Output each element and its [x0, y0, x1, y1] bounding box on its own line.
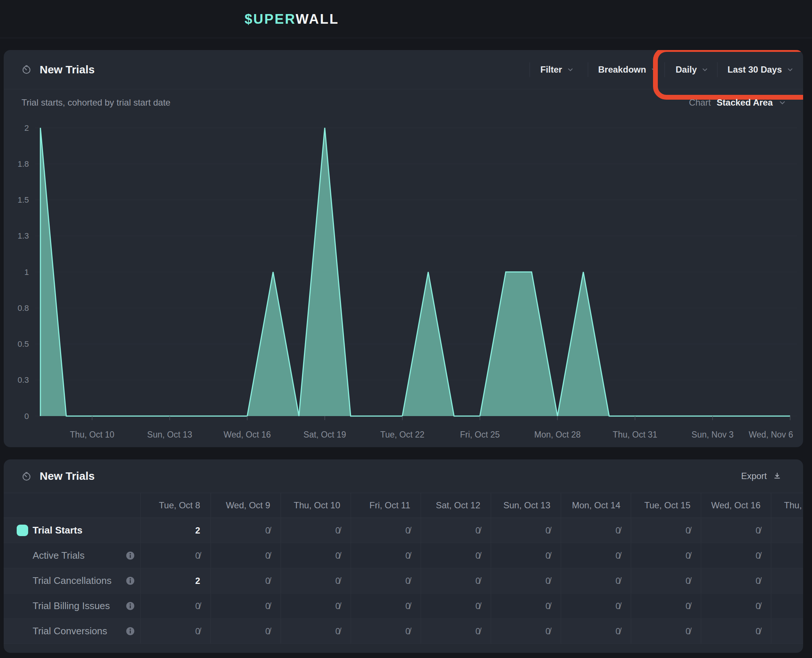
table-cell — [771, 543, 803, 568]
chevron-down-icon — [779, 99, 786, 107]
row-label: Trial Conversions — [4, 619, 141, 644]
table-row: Trial Conversions0̸0̸0̸0̸0̸0̸0̸0̸0̸ — [4, 619, 803, 644]
table-cell: 0̸ — [421, 543, 491, 568]
table-panel-header: New Trials Export — [4, 459, 803, 493]
table-cell: 0̸ — [491, 568, 561, 593]
table-cell: 0̸ — [491, 518, 561, 543]
row-label: Active Trials — [4, 543, 141, 568]
date-range-dropdown[interactable]: Last 30 Days — [727, 50, 793, 89]
x-axis-label: Wed, Oct 16 — [224, 430, 271, 439]
table-cell: 0̸ — [281, 518, 351, 543]
info-icon[interactable] — [125, 575, 136, 586]
timer-icon — [22, 471, 31, 481]
chart-type-selector[interactable]: Chart Stacked Area — [689, 97, 786, 108]
table-panel-title: New Trials — [40, 470, 94, 483]
x-axis-label: Thu, Oct 10 — [70, 430, 114, 439]
breakdown-label: Breakdown — [598, 64, 646, 75]
row-label: Trial Cancellations — [4, 568, 141, 593]
table-cell — [771, 568, 803, 593]
row-label: Trial Starts — [4, 518, 141, 543]
info-icon[interactable] — [125, 626, 136, 636]
y-axis-label: 0.5 — [17, 339, 29, 349]
logo-white-part: WALL — [296, 11, 339, 27]
table-cell: 0̸ — [701, 543, 771, 568]
table-cell: 0̸ — [701, 594, 771, 618]
table-cell: 0̸ — [491, 594, 561, 618]
table-row: Trial Cancellations20̸0̸0̸0̸0̸0̸0̸0̸ — [4, 568, 803, 594]
table-cell: 0̸ — [210, 518, 281, 543]
x-axis-label: Tue, Oct 22 — [380, 430, 424, 439]
table-cell: 0̸ — [421, 619, 491, 644]
y-axis-label: 0 — [25, 412, 29, 421]
row-label: Trial Billing Issues — [4, 594, 141, 618]
table-cell: 0̸ — [141, 543, 210, 568]
info-icon[interactable] — [125, 600, 136, 611]
info-icon[interactable] — [125, 550, 136, 561]
breakdown-dropdown[interactable]: Breakdown — [598, 50, 657, 89]
table-cell: 2 — [141, 568, 210, 593]
table-cell: 0̸ — [421, 518, 491, 543]
table-cell: 0̸ — [491, 543, 561, 568]
table-cell: 0̸ — [491, 619, 561, 644]
chevron-down-icon — [567, 66, 574, 73]
table-cell: 0̸ — [701, 619, 771, 644]
export-label: Export — [741, 471, 767, 481]
table-cell: 0̸ — [561, 568, 631, 593]
chart-panel-header: New Trials Filter Breakdown Daily Last 3… — [4, 50, 803, 89]
header-divider — [665, 62, 665, 77]
filter-label: Filter — [540, 64, 562, 75]
table-cell: 0̸ — [210, 594, 281, 618]
chart-panel-title: New Trials — [40, 63, 94, 76]
table-cell: 0̸ — [351, 568, 421, 593]
trials-data-table: Tue, Oct 8Wed, Oct 9Thu, Oct 10Fri, Oct … — [4, 493, 803, 644]
y-axis-label: 1.8 — [17, 159, 29, 169]
table-row: Trial Starts20̸0̸0̸0̸0̸0̸0̸0̸ — [4, 518, 803, 543]
export-button[interactable]: Export — [741, 471, 782, 481]
granularity-dropdown[interactable]: Daily — [676, 50, 708, 89]
x-axis-label: Thu, Oct 31 — [613, 430, 657, 439]
x-axis-label: Fri, Oct 25 — [460, 430, 500, 439]
table-cell: 0̸ — [631, 619, 701, 644]
filter-dropdown[interactable]: Filter — [540, 50, 574, 89]
table-cell: 0̸ — [701, 568, 771, 593]
column-header: Sun, Oct 13 — [491, 493, 561, 518]
y-axis-label: 1.3 — [17, 231, 29, 240]
column-header: Fri, Oct 11 — [351, 493, 421, 518]
y-axis-label: 2 — [25, 124, 29, 133]
column-header: Mon, Oct 14 — [561, 493, 631, 518]
y-axis-label: 0.3 — [17, 375, 29, 385]
legend-swatch — [17, 525, 28, 536]
header-divider — [588, 62, 588, 77]
timer-icon — [22, 64, 31, 74]
logo-teal-part: $UPER — [245, 11, 296, 27]
table-cell: 0̸ — [631, 594, 701, 618]
superwall-logo: $UPERWALL — [245, 11, 339, 27]
table-cell: 0̸ — [351, 518, 421, 543]
table-cell: 0̸ — [701, 518, 771, 543]
x-axis-label: Sat, Oct 19 — [304, 430, 346, 439]
chart-panel: New Trials Filter Breakdown Daily Last 3… — [4, 50, 803, 447]
table-row: Active Trials0̸0̸0̸0̸0̸0̸0̸0̸0̸ — [4, 543, 803, 568]
column-header — [4, 493, 141, 518]
column-header: Tue, Oct 15 — [631, 493, 701, 518]
y-axis-label: 0.8 — [17, 304, 29, 313]
table-panel: New Trials Export Tue, Oct 8Wed, Oct 9Th… — [4, 459, 803, 653]
table-cell: 0̸ — [351, 594, 421, 618]
table-cell: 0̸ — [141, 594, 210, 618]
x-axis-label: Sun, Oct 13 — [147, 430, 192, 439]
table-cell: 0̸ — [561, 543, 631, 568]
header-divider — [530, 62, 530, 77]
table-cell: 0̸ — [281, 594, 351, 618]
chart-type-value: Stacked Area — [717, 97, 773, 108]
x-axis-label: Mon, Oct 28 — [535, 430, 581, 439]
table-cell: 0̸ — [631, 568, 701, 593]
trials-area-chart: 00.30.50.811.31.51.82Thu, Oct 10Sun, Oct… — [4, 115, 803, 447]
table-cell: 0̸ — [421, 568, 491, 593]
table-cell: 0̸ — [351, 619, 421, 644]
table-row: Trial Billing Issues0̸0̸0̸0̸0̸0̸0̸0̸0̸ — [4, 594, 803, 619]
table-cell: 0̸ — [281, 568, 351, 593]
table-cell: 0̸ — [141, 619, 210, 644]
table-cell: 0̸ — [631, 518, 701, 543]
date-range-label: Last 30 Days — [727, 64, 782, 75]
column-header: Sat, Oct 12 — [421, 493, 491, 518]
